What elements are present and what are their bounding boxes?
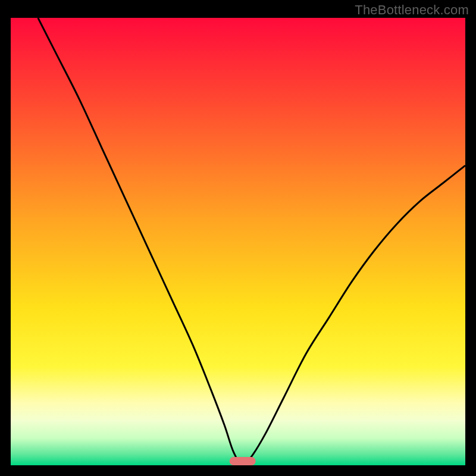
plot-area — [11, 18, 465, 465]
watermark-text: TheBottleneck.com — [355, 2, 469, 18]
optimal-marker — [230, 457, 256, 465]
gradient-background — [11, 18, 465, 465]
bottleneck-chart — [11, 18, 465, 465]
chart-frame: TheBottleneck.com — [0, 0, 476, 476]
